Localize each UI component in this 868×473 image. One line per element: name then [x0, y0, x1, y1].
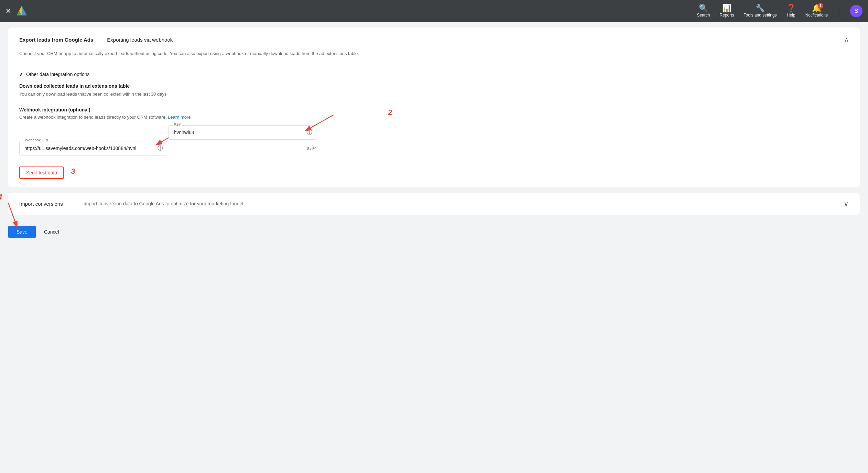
help-nav-item[interactable]: ❓ Help — [786, 4, 796, 18]
notifications-badge: 1 — [818, 3, 823, 9]
import-left: Import conversions Import conversion dat… — [19, 201, 243, 207]
key-help-icon[interactable]: ⓘ — [307, 129, 312, 136]
help-icon: ❓ — [786, 4, 796, 12]
download-description: You can only download leads that've been… — [19, 91, 849, 98]
key-field-container: Key ⓘ 8 / 50 2 — [169, 125, 316, 151]
webhook-section: Webhook integration (optional) Create a … — [19, 107, 849, 179]
learn-more-link[interactable]: Learn more — [168, 115, 191, 120]
section-divider — [19, 64, 849, 64]
export-subtitle: Exporting leads via webhook — [107, 37, 173, 43]
char-count: 8 / 50 — [169, 147, 316, 151]
annotation-4-number: 4 — [0, 193, 2, 202]
search-nav-item[interactable]: 🔍 Search — [697, 4, 710, 18]
close-button[interactable]: ✕ — [6, 7, 11, 15]
annotation-3-number: 3 — [71, 167, 75, 176]
webhook-description: Create a webhook integration to send lea… — [19, 115, 849, 120]
reports-nav-item[interactable]: 📊 Reports — [720, 4, 734, 18]
annotation-2-number: 2 — [388, 108, 392, 117]
tools-nav-label: Tools and settings — [744, 13, 777, 18]
main-content: Export leads from Google Ads Exporting l… — [0, 22, 868, 249]
download-title: Download collected leads in ad extension… — [19, 83, 849, 89]
import-title: Import conversions — [19, 201, 63, 207]
top-navigation: ✕ 🔍 Search 📊 Reports 🔧 Tools and setting… — [0, 0, 868, 22]
webhook-title: Webhook integration (optional) — [19, 107, 849, 112]
export-description: Connect your CRM or app to automatically… — [19, 50, 849, 57]
notifications-nav-item[interactable]: 🔔 1 Notifications — [805, 4, 828, 18]
key-input[interactable] — [169, 125, 316, 140]
webhook-url-input[interactable] — [19, 141, 167, 155]
help-nav-label: Help — [787, 13, 795, 18]
webhook-url-label: Webhook URL — [23, 138, 51, 142]
annotation-2-container: 2 — [388, 108, 392, 117]
import-description: Import conversion data to Google Ads to … — [84, 201, 243, 206]
export-leads-card: Export leads from Google Ads Exporting l… — [8, 28, 860, 187]
integration-title: ∧ Other data integration options — [19, 71, 849, 78]
search-nav-label: Search — [697, 13, 710, 18]
integration-title-text: Other data integration options — [26, 72, 89, 77]
export-header-left: Export leads from Google Ads Exporting l… — [19, 37, 173, 43]
export-header: Export leads from Google Ads Exporting l… — [19, 36, 849, 47]
send-test-button[interactable]: Send test data — [19, 166, 64, 179]
send-test-container: Send test data 3 — [19, 164, 849, 179]
nav-right-items: 🔍 Search 📊 Reports 🔧 Tools and settings … — [697, 4, 863, 18]
webhook-url-help-icon[interactable]: ⓘ — [158, 145, 163, 152]
integration-chevron-icon: ∧ — [19, 71, 23, 78]
reports-icon: 📊 — [722, 4, 731, 12]
google-ads-logo-icon — [15, 5, 28, 17]
bottom-actions: 4 Save Cancel — [8, 220, 860, 244]
export-title: Export leads from Google Ads — [19, 37, 93, 43]
user-avatar[interactable]: S — [850, 5, 862, 17]
collapse-icon[interactable]: ∧ — [844, 36, 849, 43]
logo — [15, 5, 28, 17]
tools-icon: 🔧 — [756, 4, 765, 12]
nav-divider — [839, 5, 839, 17]
search-icon: 🔍 — [699, 4, 708, 12]
key-field: Key ⓘ — [169, 125, 316, 140]
tools-nav-item[interactable]: 🔧 Tools and settings — [744, 4, 777, 18]
import-expand-icon[interactable]: ∨ — [844, 200, 849, 208]
cancel-button[interactable]: Cancel — [41, 226, 62, 238]
notifications-icon: 🔔 1 — [812, 4, 821, 12]
key-label: Key — [173, 122, 182, 126]
webhook-url-field: Webhook URL ⓘ — [19, 141, 167, 155]
notifications-nav-label: Notifications — [805, 13, 828, 18]
reports-nav-label: Reports — [720, 13, 734, 18]
import-conversions-card: Import conversions Import conversion dat… — [8, 193, 860, 215]
webhook-url-container: Webhook URL ⓘ 1 — [19, 141, 167, 162]
svg-marker-1 — [22, 6, 26, 15]
save-button[interactable]: Save — [8, 226, 36, 238]
download-section: Download collected leads in ad extension… — [19, 83, 849, 98]
